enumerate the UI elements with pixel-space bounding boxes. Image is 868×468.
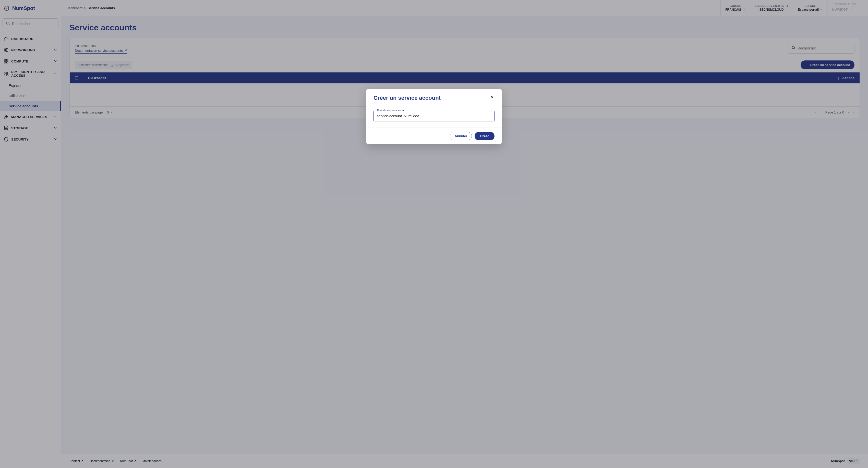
create-service-account-modal: Créer un service account Nom du service … [366,89,502,144]
service-account-name-input[interactable] [373,111,495,122]
modal-body: Nom du service account [366,106,502,128]
service-account-name-field: Nom du service account [373,111,495,122]
field-label: Nom du service account [376,109,405,112]
modal-head: Créer un service account [366,89,502,106]
modal-close-button[interactable] [490,95,495,101]
create-button[interactable]: Créer [474,132,495,140]
modal-title: Créer un service account [373,95,441,101]
modal-overlay[interactable]: Créer un service account Nom du service … [0,0,868,468]
cancel-button[interactable]: Annuler [450,132,472,140]
modal-foot: Annuler Créer [366,128,502,144]
close-icon [490,95,495,99]
